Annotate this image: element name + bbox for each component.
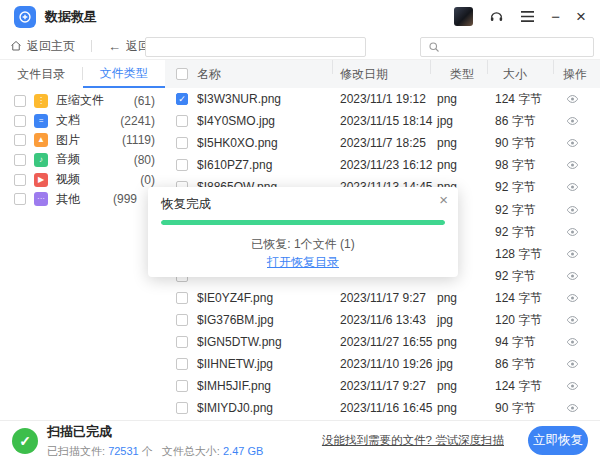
file-type: png <box>437 136 457 150</box>
preview-eye-icon[interactable] <box>566 226 579 238</box>
table-row[interactable]: $I610PZ7.png2023/11/23 16:12png98 字节 <box>165 154 600 176</box>
search-field[interactable] <box>420 37 594 57</box>
minimize-icon[interactable]: − <box>551 9 560 24</box>
file-type-checkbox[interactable] <box>14 154 26 166</box>
file-type-item[interactable]: ♪音频(80) <box>0 150 165 170</box>
row-checkbox[interactable] <box>176 380 188 392</box>
file-type-checkbox[interactable] <box>14 134 26 146</box>
dialog-close-icon[interactable]: × <box>439 191 448 208</box>
preview-eye-icon[interactable] <box>566 181 579 193</box>
file-type-count: (61) <box>113 94 155 108</box>
file-modified-date: 2023/11/17 9:27 <box>340 379 426 393</box>
preview-eye-icon[interactable] <box>566 248 579 260</box>
column-operation: 操作 <box>563 60 587 88</box>
file-type-checkbox[interactable] <box>14 174 26 186</box>
file-type-item[interactable]: ▲图片(1119) <box>0 130 165 150</box>
column-date: 修改日期 <box>340 60 388 88</box>
table-row[interactable]: $I5HK0XO.png2023/11/7 18:25png90 字节 <box>165 132 600 154</box>
home-icon <box>10 40 22 52</box>
file-type: jpg <box>437 313 453 327</box>
file-type: png <box>437 92 457 106</box>
file-modified-date: 2023/11/6 13:43 <box>340 313 426 327</box>
file-name: $IGN5DTW.png <box>197 335 282 349</box>
status-bar: ✓ 扫描已完成 已扫描文件: 72531 个 文件总大小: 2.47 GB 没能… <box>0 420 600 460</box>
table-row[interactable]: $IGN5DTW.png2023/11/27 16:55png94 字节 <box>165 331 600 353</box>
select-all-checkbox[interactable] <box>176 68 188 80</box>
open-recovery-folder-link[interactable]: 打开恢复目录 <box>267 255 339 269</box>
file-type-checkbox[interactable] <box>14 193 26 205</box>
row-checkbox[interactable] <box>176 115 188 127</box>
file-name: $IIHNETW.jpg <box>197 357 273 371</box>
table-row[interactable]: $IIHNETW.jpg2023/11/10 19:26jpg86 字节 <box>165 353 600 375</box>
preview-eye-icon[interactable] <box>566 292 579 304</box>
preview-eye-icon[interactable] <box>566 270 579 282</box>
preview-eye-icon[interactable] <box>566 380 579 392</box>
file-size: 92 字节 <box>495 223 536 240</box>
back-home-button[interactable]: 返回主页 <box>10 38 75 55</box>
row-checkbox[interactable] <box>176 314 188 326</box>
menu-icon[interactable] <box>520 10 535 23</box>
file-type-label: 视频 <box>56 171 80 188</box>
app-title: 数据救星 <box>45 8 97 26</box>
table-row[interactable]: $IG376BM.jpg2023/11/6 13:43jpg120 字节 <box>165 309 600 331</box>
file-size: 124 字节 <box>495 378 542 395</box>
table-row[interactable]: $I4Y0SMO.jpg2023/11/15 18:14jpg86 字节 <box>165 110 600 132</box>
deep-scan-link[interactable]: 没能找到需要的文件? 尝试深度扫描 <box>322 433 504 448</box>
file-type-item[interactable]: ···其他(999 <box>0 189 165 209</box>
recovery-progress-fill <box>161 220 445 225</box>
preview-eye-icon[interactable] <box>566 204 579 216</box>
row-checkbox[interactable] <box>176 292 188 304</box>
path-input[interactable] <box>145 37 366 57</box>
file-type-checkbox[interactable] <box>14 115 26 127</box>
file-type: png <box>437 158 457 172</box>
preview-eye-icon[interactable] <box>566 358 579 370</box>
file-modified-date: 2023/11/23 16:12 <box>340 158 433 172</box>
table-row[interactable]: $IMH5JIF.png2023/11/17 9:27png124 字节 <box>165 375 600 397</box>
total-size: 2.47 GB <box>223 445 263 457</box>
file-size: 98 字节 <box>495 157 536 174</box>
file-type-list: ⋮压缩文件(61)=文档(2241)▲图片(1119)♪音频(80)▶视频(0)… <box>0 91 165 209</box>
table-row[interactable]: ✓$I3W3NUR.png2023/11/1 19:12png124 字节 <box>165 88 600 110</box>
file-modified-date: 2023/11/1 19:12 <box>340 92 426 106</box>
file-type-item[interactable]: ⋮压缩文件(61) <box>0 91 165 111</box>
file-modified-date: 2023/11/17 9:27 <box>340 291 426 305</box>
preview-eye-icon[interactable] <box>566 93 579 105</box>
file-type-item[interactable]: =文档(2241) <box>0 111 165 131</box>
preview-eye-icon[interactable] <box>566 402 579 414</box>
preview-eye-icon[interactable] <box>566 115 579 127</box>
tab-file-directory[interactable]: 文件目录 <box>0 60 83 88</box>
row-checkbox[interactable]: ✓ <box>176 93 188 105</box>
document-icon: = <box>34 114 48 128</box>
file-name: $IE0YZ4F.png <box>197 291 273 305</box>
row-checkbox[interactable] <box>176 402 188 414</box>
row-checkbox[interactable] <box>176 137 188 149</box>
file-name: $I5HK0XO.png <box>197 136 278 150</box>
file-name: $I3W3NUR.png <box>197 92 281 106</box>
close-icon[interactable]: × <box>576 8 586 25</box>
table-row[interactable]: $IE0YZ4F.png2023/11/17 9:27png124 字节 <box>165 287 600 309</box>
headset-support-icon[interactable] <box>489 9 504 24</box>
recover-now-button[interactable]: 立即恢复 <box>528 426 588 455</box>
preview-eye-icon[interactable] <box>566 336 579 348</box>
back-button[interactable]: ← 返回 <box>108 38 150 55</box>
row-checkbox[interactable] <box>176 336 188 348</box>
file-type-count: (2241) <box>113 114 155 128</box>
file-name: $I4Y0SMO.jpg <box>197 114 275 128</box>
app-logo-icon <box>14 6 36 28</box>
dialog-title: 恢复完成 <box>161 196 211 213</box>
tab-file-type[interactable]: 文件类型 <box>83 60 166 88</box>
table-header: 名称 修改日期 类型 大小 操作 <box>165 60 600 88</box>
preview-eye-icon[interactable] <box>566 159 579 171</box>
file-type-checkbox[interactable] <box>14 95 26 107</box>
row-checkbox[interactable] <box>176 159 188 171</box>
preview-eye-icon[interactable] <box>566 137 579 149</box>
file-type-count: (0) <box>113 173 155 187</box>
preview-eye-icon[interactable] <box>566 314 579 326</box>
recovery-status-text: 已恢复: 1个文件 (1) <box>148 236 458 253</box>
row-checkbox[interactable] <box>176 358 188 370</box>
table-row[interactable]: $IMIYDJ0.png2023/11/16 16:45png90 字节 <box>165 397 600 419</box>
user-avatar[interactable] <box>454 7 473 26</box>
file-type: png <box>437 379 457 393</box>
tab-separator <box>82 67 83 80</box>
file-type-item[interactable]: ▶视频(0) <box>0 170 165 190</box>
